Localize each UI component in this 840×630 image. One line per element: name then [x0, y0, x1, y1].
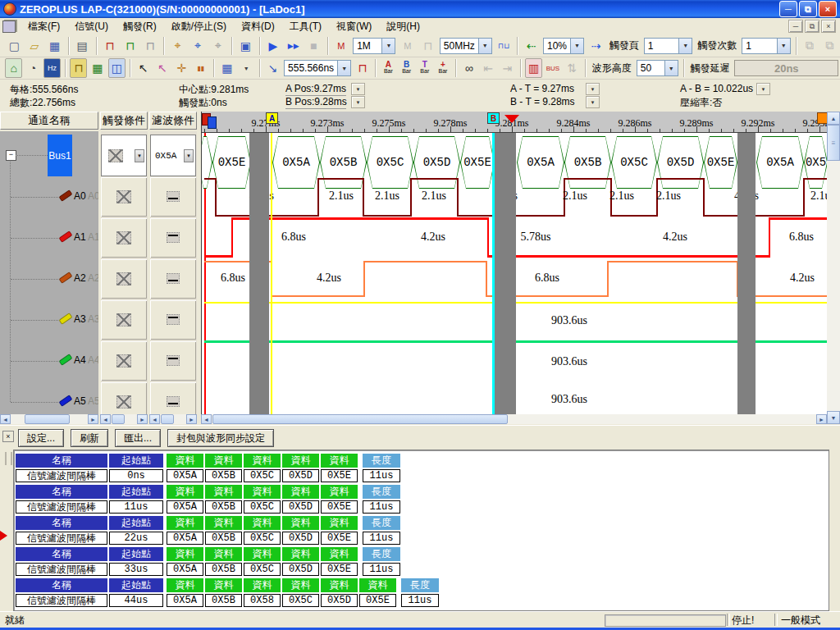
- new-file-button[interactable]: ▢: [5, 36, 24, 56]
- filter-level-icon[interactable]: [167, 273, 180, 284]
- vertical-scroll-thumb[interactable]: ≡: [827, 125, 840, 161]
- trigger-scroll-right-icon[interactable]: ►: [137, 414, 148, 424]
- bus-name-label[interactable]: Bus1: [48, 135, 72, 176]
- packet-length-value[interactable]: 11us: [363, 469, 400, 482]
- memory-depth-select[interactable]: 1M▼: [353, 38, 395, 54]
- channel-setup-button[interactable]: ⊓: [121, 36, 139, 56]
- packet-data-value[interactable]: 0X5B: [205, 500, 242, 514]
- trigger-cell-A3[interactable]: [101, 300, 147, 340]
- repeat-run-button[interactable]: ▶▶: [284, 36, 303, 56]
- hand-tool-button[interactable]: ✛: [173, 58, 190, 78]
- trigger-cell-A2[interactable]: [101, 259, 147, 299]
- packet-data-value[interactable]: 0X5B: [205, 532, 242, 545]
- mdi-minimize-button[interactable]: ─: [788, 20, 803, 33]
- a-bar-button[interactable]: ABar: [380, 59, 396, 77]
- bus-edit-button[interactable]: ⊓: [141, 36, 160, 56]
- trigger-position-select[interactable]: 10%▼: [543, 38, 584, 54]
- packet-name-value[interactable]: 信號濾波間隔棒: [16, 500, 107, 514]
- print-button[interactable]: ▤: [73, 36, 92, 56]
- mdi-close-button[interactable]: ×: [821, 20, 836, 33]
- packet-data-value[interactable]: 0X5D: [282, 563, 319, 576]
- scroll-down-icon[interactable]: ▼: [827, 411, 840, 424]
- wave-scroll-thumb[interactable]: [212, 414, 508, 424]
- channel-name-label[interactable]: A5: [74, 395, 86, 407]
- packet-data-value[interactable]: 0X5E: [359, 594, 396, 607]
- bar-flag-icon[interactable]: [208, 116, 217, 129]
- time-scale-select[interactable]: 555.566ns▼: [284, 60, 351, 76]
- channel-name-label[interactable]: A1: [74, 231, 86, 243]
- dropdown-arrow-icon[interactable]: ▼: [381, 39, 395, 53]
- packet-data-value[interactable]: 0X5A: [167, 532, 203, 545]
- packet-data-value[interactable]: 0X5D: [282, 469, 319, 482]
- packet-button-2[interactable]: 刷新: [71, 429, 108, 447]
- a-t-dropdown[interactable]: ▼: [586, 83, 600, 95]
- dropdown-arrow-icon[interactable]: ▼: [678, 39, 692, 53]
- packet-data-value[interactable]: 0X5E: [321, 469, 358, 482]
- packet-data-value[interactable]: 0X58: [244, 594, 281, 607]
- sampling-frequency-select[interactable]: 50MHz▼: [440, 38, 492, 54]
- packet-start-value[interactable]: 22us: [109, 532, 163, 545]
- vertical-scrollbar[interactable]: ▲ ≡ ▼: [827, 112, 840, 424]
- packet-name-value[interactable]: 信號濾波間隔棒: [16, 532, 107, 545]
- b-t-dropdown[interactable]: ▼: [586, 96, 600, 108]
- open-file-button[interactable]: ▱: [25, 36, 44, 56]
- dropdown-arrow-icon[interactable]: ▼: [337, 61, 350, 75]
- panel-drag-handle[interactable]: [5, 452, 12, 465]
- minimize-button[interactable]: ─: [779, 1, 797, 17]
- packet-length-value[interactable]: 11us: [363, 500, 400, 514]
- filter-cell-A4[interactable]: [150, 341, 196, 381]
- menu-item-4[interactable]: 啟動/停止(S): [164, 18, 234, 35]
- channel-name-label[interactable]: A4: [74, 354, 86, 366]
- packet-length-value[interactable]: 11us: [363, 563, 400, 576]
- names-scroll-thumb[interactable]: [25, 414, 70, 424]
- trigger-cell-A1[interactable]: [101, 218, 147, 258]
- menu-item-5[interactable]: 資料(D): [234, 18, 282, 35]
- dropdown-arrow-icon[interactable]: ▼: [135, 149, 144, 162]
- trigger-position-right-icon[interactable]: ⇢: [587, 36, 605, 56]
- channel-name-label[interactable]: A2: [74, 272, 86, 284]
- panel-close-icon[interactable]: ×: [2, 431, 14, 442]
- filter-scroll-thumb[interactable]: [161, 414, 174, 424]
- packet-data-value[interactable]: 0X5D: [321, 594, 358, 607]
- packet-data-value[interactable]: 0X5B: [205, 594, 242, 607]
- filter-cell-A5[interactable]: [150, 382, 196, 414]
- wave-height-select[interactable]: 50▼: [637, 60, 678, 76]
- packet-data-value[interactable]: 0X5B: [205, 563, 242, 576]
- navigator-window-button[interactable]: ◫: [108, 58, 126, 78]
- trigger-condition-panel[interactable]: ▼: [101, 131, 148, 414]
- trigger-scroll-thumb[interactable]: [112, 414, 125, 424]
- t-bar-button[interactable]: TBar: [417, 59, 433, 77]
- statistics-button[interactable]: ▮▮: [192, 58, 209, 78]
- wave-scroll-right-icon[interactable]: ►: [816, 414, 827, 424]
- trigger-cell-A5[interactable]: [101, 382, 147, 414]
- filter-cell-A3[interactable]: [150, 300, 196, 340]
- filter-scroll-left-icon[interactable]: ◄: [149, 414, 160, 424]
- sampling-setup-button[interactable]: ⊓: [100, 36, 119, 56]
- packet-data-value[interactable]: 0X5A: [167, 594, 203, 607]
- dont-care-icon[interactable]: [108, 149, 123, 162]
- time-ruler[interactable]: 9.27ms9.273ms9.275ms9.278ms9.281ms9.284m…: [201, 112, 827, 133]
- packet-length-value[interactable]: 11us: [401, 594, 439, 607]
- dont-care-icon[interactable]: [116, 313, 131, 326]
- packet-data-value[interactable]: 0X5C: [244, 532, 281, 545]
- dont-care-icon[interactable]: [116, 190, 131, 203]
- zoom-tool-icon[interactable]: ↘: [264, 58, 281, 78]
- names-scroll-right-icon[interactable]: ►: [88, 414, 98, 424]
- dropdown-arrow-icon[interactable]: ▼: [478, 39, 491, 53]
- stop-button[interactable]: ■: [304, 36, 323, 56]
- pointer-tool-button[interactable]: ↖: [135, 58, 152, 78]
- packet-data-value[interactable]: 0X5C: [244, 563, 281, 576]
- packet-start-value[interactable]: 0ns: [109, 469, 163, 482]
- manual-trigger-button[interactable]: ⌖: [209, 36, 228, 56]
- b-pos-dropdown[interactable]: ▼: [351, 96, 365, 108]
- noise-filter-button[interactable]: ▥: [525, 58, 542, 78]
- packet-data-value[interactable]: 0X5C: [244, 500, 281, 514]
- filter-level-icon[interactable]: [167, 314, 180, 325]
- dont-care-icon[interactable]: [116, 395, 131, 409]
- packet-button-3[interactable]: 匯出...: [115, 429, 161, 447]
- trigger-cell-A0[interactable]: [101, 177, 147, 217]
- pulse-width-trigger-button[interactable]: ⌖: [189, 36, 208, 56]
- packet-data-value[interactable]: 0X5D: [282, 500, 319, 514]
- names-scroll-left-icon[interactable]: ◄: [0, 414, 11, 424]
- dont-care-icon[interactable]: [116, 354, 131, 368]
